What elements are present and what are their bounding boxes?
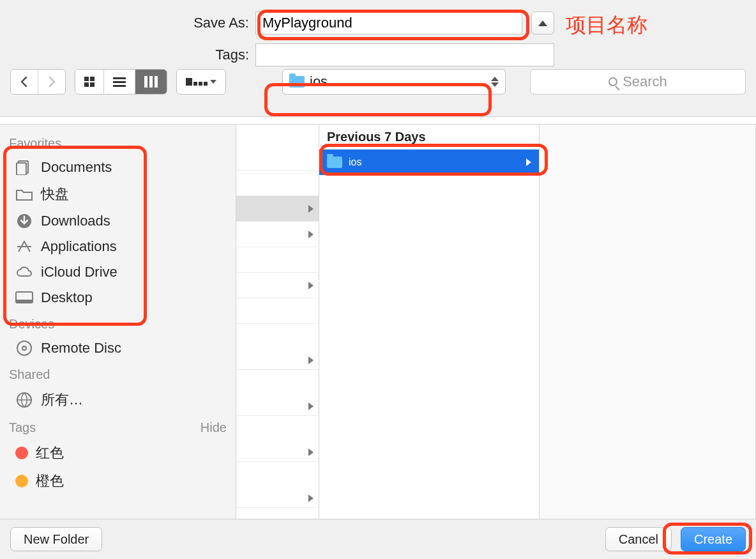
devices-header: Devices — [0, 310, 236, 335]
sidebar-item-label: 所有… — [41, 390, 83, 410]
body-area: Favorites Documents 快盘 Downloads Applica… — [0, 124, 756, 519]
back-button[interactable] — [11, 70, 38, 94]
chevron-right-icon — [308, 494, 314, 502]
chevron-down-icon — [210, 80, 216, 84]
applications-icon — [15, 240, 33, 254]
column-3[interactable] — [540, 125, 756, 519]
documents-icon — [15, 160, 33, 174]
downloads-icon — [15, 214, 33, 228]
desktop-icon — [15, 291, 33, 305]
nav-back-forward — [10, 69, 66, 95]
annotation-label-project-name: 项目名称 — [566, 11, 647, 40]
column-2[interactable]: Previous 7 Days ios — [319, 125, 540, 519]
location-name: ios — [310, 73, 328, 90]
sidebar-item-label: Documents — [41, 159, 112, 176]
browser-item-ios[interactable]: ios — [319, 149, 539, 175]
svg-point-5 — [17, 341, 31, 355]
disc-icon — [15, 341, 33, 355]
chevron-right-icon — [308, 448, 314, 456]
forward-button[interactable] — [38, 70, 65, 94]
folder-icon — [327, 157, 342, 168]
arrange-segment — [176, 69, 226, 95]
tags-input[interactable] — [255, 43, 554, 66]
view-icon-grid[interactable] — [75, 70, 104, 94]
tags-hide-button[interactable]: Hide — [200, 420, 227, 435]
icloud-icon — [15, 265, 33, 279]
sidebar-item-downloads[interactable]: Downloads — [0, 208, 236, 234]
sidebar-item-label: 橙色 — [36, 471, 64, 491]
folder-icon — [289, 76, 305, 88]
save-as-input[interactable] — [255, 11, 522, 34]
toolbar: ios Search — [0, 69, 756, 105]
sidebar-item-label: Desktop — [41, 289, 93, 306]
chevron-right-icon — [308, 356, 314, 364]
new-folder-button[interactable]: New Folder — [10, 527, 102, 551]
shared-header: Shared — [0, 361, 236, 386]
sidebar-item-label: iCloud Drive — [41, 264, 117, 280]
svg-point-6 — [22, 346, 26, 350]
chevron-right-icon — [308, 205, 314, 213]
view-icon-columns[interactable] — [135, 70, 167, 94]
sidebar-item-label: 红色 — [36, 443, 64, 463]
search-input[interactable]: Search — [530, 69, 746, 95]
svg-rect-4 — [16, 300, 33, 303]
sidebar-item-label: Remote Disc — [41, 340, 121, 356]
chevron-right-icon — [308, 282, 314, 289]
arrange-button[interactable] — [177, 70, 225, 94]
chevron-right-icon — [308, 402, 314, 410]
footer: New Folder Cancel Create — [0, 519, 756, 559]
sidebar-item-kuaipan[interactable]: 快盘 — [0, 180, 236, 208]
collapse-button[interactable] — [531, 11, 554, 34]
sidebar-item-label: 快盘 — [41, 185, 69, 204]
tag-dot-icon — [15, 475, 28, 487]
updown-icon — [491, 77, 499, 87]
sidebar-item-remote-disc[interactable]: Remote Disc — [0, 335, 236, 361]
folder-icon — [15, 187, 33, 201]
sidebar-item-icloud[interactable]: iCloud Drive — [0, 259, 236, 285]
view-icon-list[interactable] — [104, 70, 135, 94]
sidebar-item-label: Applications — [41, 238, 117, 255]
sidebar-tag-red[interactable]: 红色 — [0, 439, 236, 467]
sidebar: Favorites Documents 快盘 Downloads Applica… — [0, 125, 236, 519]
favorites-header: Favorites — [0, 130, 236, 155]
browser-item-label: ios — [349, 157, 361, 168]
search-icon — [609, 77, 617, 86]
sidebar-tag-orange[interactable]: 橙色 — [0, 467, 236, 495]
sidebar-item-all-shared[interactable]: 所有… — [0, 386, 236, 414]
chevron-right-icon — [526, 158, 531, 166]
tag-dot-icon — [15, 447, 28, 459]
search-placeholder: Search — [623, 73, 667, 90]
globe-icon — [15, 393, 33, 407]
location-popup[interactable]: ios — [282, 69, 506, 95]
view-mode-segment — [75, 69, 167, 95]
sidebar-item-label: Downloads — [41, 213, 110, 229]
column-browser: Previous 7 Days ios — [236, 125, 756, 519]
tags-header: Tags Hide — [0, 414, 236, 439]
tags-label: Tags: — [0, 47, 255, 63]
save-as-label: Save As: — [0, 15, 255, 31]
column-1[interactable] — [236, 125, 319, 519]
sidebar-item-documents[interactable]: Documents — [0, 155, 236, 180]
sidebar-item-desktop[interactable]: Desktop — [0, 285, 236, 310]
svg-rect-1 — [17, 163, 26, 175]
chevron-right-icon — [308, 231, 314, 238]
sidebar-item-applications[interactable]: Applications — [0, 234, 236, 259]
column-section-header: Previous 7 Days — [319, 125, 539, 149]
create-button[interactable]: Create — [681, 527, 746, 551]
chevron-up-icon — [538, 20, 547, 26]
cancel-button[interactable]: Cancel — [605, 527, 672, 551]
